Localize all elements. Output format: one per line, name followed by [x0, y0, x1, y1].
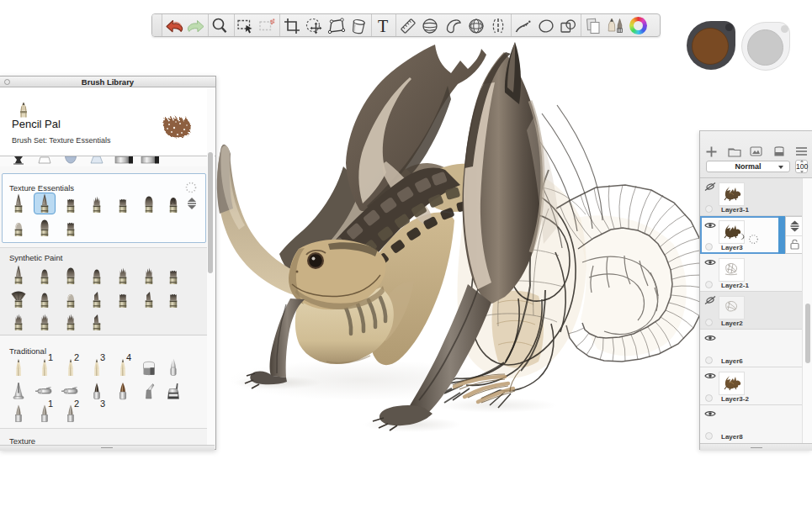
svg-text:T: T [378, 17, 388, 35]
